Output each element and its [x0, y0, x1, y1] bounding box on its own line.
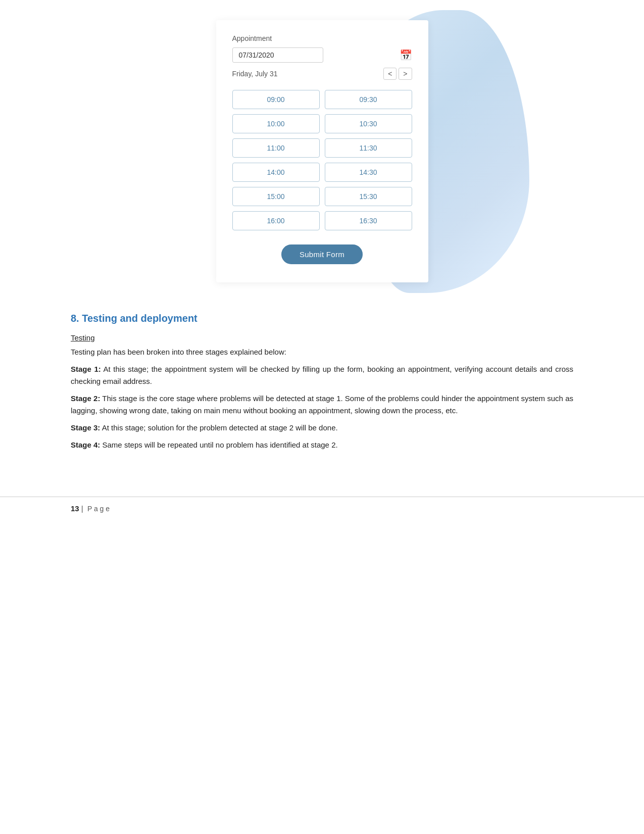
page-footer: 13 | P a g e	[0, 497, 644, 520]
stage3-paragraph: Stage 3: At this stage; solution for the…	[71, 422, 573, 434]
nav-buttons: < >	[383, 68, 412, 80]
calendar-icon[interactable]: 📅	[400, 49, 412, 61]
time-slot-1630[interactable]: 16:30	[325, 211, 412, 230]
testing-link[interactable]: Testing	[71, 333, 95, 342]
stage4-bold: Stage 4:	[71, 440, 100, 449]
stage1-text: At this stage; the appointment system wi…	[71, 365, 573, 385]
time-slot-1430[interactable]: 14:30	[325, 163, 412, 182]
page-separator: |	[81, 504, 83, 513]
prev-button[interactable]: <	[383, 68, 397, 80]
date-input[interactable]	[232, 47, 323, 63]
time-slot-1030[interactable]: 10:30	[325, 114, 412, 133]
time-slot-1000[interactable]: 10:00	[232, 114, 320, 133]
time-grid: 09:0009:3010:0010:3011:0011:3014:0014:30…	[232, 90, 412, 230]
stage3-text: At this stage; solution for the problem …	[100, 423, 337, 432]
stage3-bold: Stage 3:	[71, 423, 100, 432]
time-slot-1100[interactable]: 11:00	[232, 138, 320, 158]
stage4-paragraph: Stage 4: Same steps will be repeated unt…	[71, 439, 573, 451]
next-button[interactable]: >	[399, 68, 412, 80]
appointment-card-wrapper: Appointment 📅 Friday, July 31 < > 09:000…	[145, 20, 499, 282]
content-section: 8. Testing and deployment Testing Testin…	[0, 298, 644, 486]
time-slot-0930[interactable]: 09:30	[325, 90, 412, 109]
time-slot-1130[interactable]: 11:30	[325, 138, 412, 158]
page-number-value: 13	[71, 504, 79, 513]
stage4-text: Same steps will be repeated until no pro…	[100, 440, 337, 449]
stage1-paragraph: Stage 1: At this stage; the appointment …	[71, 363, 573, 387]
page-word: P a g e	[87, 505, 110, 513]
page-number: 13 | P a g e	[71, 504, 110, 513]
section-heading: 8. Testing and deployment	[71, 313, 573, 324]
time-slot-1600[interactable]: 16:00	[232, 211, 320, 230]
time-slot-1500[interactable]: 15:00	[232, 187, 320, 206]
stage2-bold: Stage 2:	[71, 394, 100, 403]
date-row: 📅	[232, 47, 412, 63]
time-slot-1530[interactable]: 15:30	[325, 187, 412, 206]
day-nav-row: Friday, July 31 < >	[232, 68, 412, 80]
day-text: Friday, July 31	[232, 70, 278, 78]
submit-button[interactable]: Submit Form	[281, 244, 363, 264]
stage2-paragraph: Stage 2: This stage is the core stage wh…	[71, 393, 573, 417]
appointment-card: Appointment 📅 Friday, July 31 < > 09:000…	[216, 20, 428, 282]
page-container: Appointment 📅 Friday, July 31 < > 09:000…	[0, 0, 644, 834]
stage1-bold: Stage 1:	[71, 365, 101, 373]
stage2-text: This stage is the core stage where probl…	[71, 394, 573, 415]
submit-area: Submit Form	[232, 244, 412, 264]
time-slot-1400[interactable]: 14:00	[232, 163, 320, 182]
appointment-label: Appointment	[232, 34, 412, 42]
time-slot-0900[interactable]: 09:00	[232, 90, 320, 109]
appointment-section: Appointment 📅 Friday, July 31 < > 09:000…	[0, 0, 644, 298]
intro-paragraph: Testing plan has been broken into three …	[71, 346, 573, 358]
